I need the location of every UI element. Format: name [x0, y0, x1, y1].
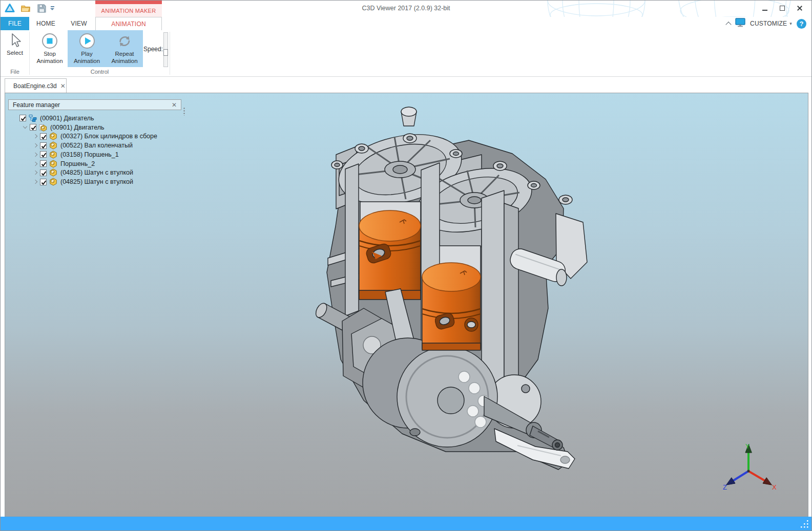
part-icon	[49, 151, 58, 159]
visibility-checkbox[interactable]	[30, 124, 36, 131]
ribbon-tab-row: FILE HOME VIEW ANIMATION	[1, 17, 811, 30]
chevron-right-icon[interactable]	[31, 162, 40, 165]
group-label-control: Control	[30, 69, 170, 75]
help-button[interactable]: ?	[797, 19, 806, 29]
repeat-icon	[116, 33, 133, 49]
contextual-tab-group: ANIMATION MAKER	[95, 1, 162, 17]
close-button[interactable]	[793, 3, 806, 14]
tree-item[interactable]: Поршень_2	[8, 159, 189, 168]
speed-label: Speed:	[143, 46, 163, 53]
maximize-icon	[780, 6, 785, 11]
visibility-checkbox[interactable]	[40, 160, 47, 167]
minimize-icon	[762, 10, 767, 11]
titlebar: C3D Viewer 2017 (2.0.9) 32-bit ANIMATION…	[1, 1, 811, 17]
tree-item[interactable]: (04825) Шатун с втулкой	[8, 177, 189, 186]
axis-triad: Y X Z	[722, 441, 779, 494]
tree-item[interactable]: (00327) Блок цилиндров в сборе	[8, 132, 189, 141]
play-label-line2: Animation	[74, 58, 100, 64]
axis-x-label: X	[772, 483, 777, 491]
group-separator	[170, 32, 170, 75]
repeat-animation-button[interactable]: Repeat Animation	[106, 30, 143, 67]
document-tab-bar: BoatEngine.c3d ✕	[1, 77, 811, 93]
minimize-button[interactable]	[758, 3, 772, 14]
tree-item-label: (00901) Двигатель	[50, 124, 105, 131]
chevron-right-icon[interactable]	[31, 153, 40, 156]
select-button[interactable]: Select	[2, 30, 28, 67]
tree-item[interactable]: (00901) Двигатель	[8, 123, 189, 132]
part-icon	[49, 160, 58, 168]
play-icon	[79, 33, 95, 49]
feature-manager-header[interactable]: Feature manager ✕	[8, 99, 181, 110]
feature-manager-panel: Feature manager ✕ (00901) Двигатель(0090…	[8, 99, 189, 186]
window-title: C3D Viewer 2017 (2.0.9) 32-bit	[154, 5, 658, 12]
ribbon: Select File Stop Animation Play Animatio…	[1, 30, 811, 77]
collapse-ribbon-icon[interactable]	[725, 22, 731, 27]
chevron-right-icon[interactable]	[31, 180, 40, 183]
tree-item[interactable]: (03158) Поршень_1	[8, 150, 189, 159]
visibility-checkbox[interactable]	[40, 179, 47, 185]
tree-item-label: (04825) Шатун с втулкой	[60, 169, 133, 176]
quick-access-toolbar	[5, 3, 54, 14]
resize-grip[interactable]	[801, 520, 809, 528]
speed-slider-thumb[interactable]	[163, 49, 168, 56]
tree-item-label: (04825) Шатун с втулкой	[60, 178, 133, 185]
stop-icon	[41, 33, 58, 49]
subassembly-icon	[39, 123, 48, 132]
document-tab[interactable]: BoatEngine.c3d ✕	[5, 78, 67, 93]
tree-item[interactable]: (04825) Шатун с втулкой	[8, 168, 189, 178]
visibility-checkbox[interactable]	[40, 151, 47, 158]
viewport-3d[interactable]: Feature manager ✕ (00901) Двигатель(0090…	[5, 93, 808, 517]
part-icon	[49, 132, 58, 140]
customize-button[interactable]: CUSTOMIZE ▾	[750, 20, 792, 27]
chevron-down-icon: ▾	[789, 21, 792, 26]
window-controls	[758, 3, 806, 14]
tab-home[interactable]: HOME	[29, 17, 63, 30]
part-icon	[49, 141, 58, 150]
tab-animation[interactable]: ANIMATION	[95, 17, 162, 30]
tab-view[interactable]: VIEW	[63, 17, 95, 30]
play-animation-button[interactable]: Play Animation	[68, 30, 106, 67]
visibility-checkbox[interactable]	[40, 133, 47, 140]
axis-z-label: Z	[723, 483, 727, 491]
panel-drag-grip[interactable]	[183, 107, 185, 116]
play-label-line1: Play	[81, 51, 92, 57]
assembly-structure-icon	[29, 114, 37, 122]
app-logo-icon[interactable]	[5, 3, 15, 14]
chevron-right-icon[interactable]	[31, 171, 40, 174]
maximize-button[interactable]	[776, 3, 789, 14]
visibility-checkbox[interactable]	[40, 142, 47, 149]
speed-slider[interactable]	[163, 32, 168, 67]
chevron-right-icon[interactable]	[31, 135, 40, 138]
status-bar	[1, 517, 811, 530]
open-file-icon[interactable]	[20, 3, 31, 14]
select-label: Select	[7, 50, 23, 57]
feature-manager-close-icon[interactable]: ✕	[172, 102, 177, 108]
cursor-icon	[8, 33, 22, 48]
header-tools: CUSTOMIZE ▾ ?	[726, 17, 806, 30]
document-tab-name: BoatEngine.c3d	[13, 82, 57, 90]
tree-item-label: (00901) Двигатель	[40, 115, 94, 122]
tree-item[interactable]: (00901) Двигатель	[8, 114, 189, 123]
chevron-right-icon[interactable]	[31, 144, 40, 147]
stop-label-line2: Animation	[36, 58, 63, 64]
quick-access-dropdown-icon[interactable]	[50, 6, 54, 10]
contextual-group-label: ANIMATION MAKER	[95, 4, 162, 17]
feature-manager-title: Feature manager	[13, 101, 60, 109]
contextual-color-strip	[95, 1, 162, 4]
document-tab-close-icon[interactable]: ✕	[60, 83, 66, 89]
stop-animation-button[interactable]: Stop Animation	[32, 30, 67, 67]
display-settings-icon[interactable]	[735, 18, 745, 29]
tree-item-label: Поршень_2	[60, 160, 95, 167]
tree-item[interactable]: (00522) Вал коленчатый	[8, 141, 189, 150]
tree-item-label: (00522) Вал коленчатый	[60, 142, 133, 149]
tree-item-label: (03158) Поршень_1	[60, 151, 119, 158]
visibility-checkbox[interactable]	[19, 115, 26, 121]
repeat-label-line1: Repeat	[115, 51, 134, 57]
save-icon[interactable]	[36, 3, 47, 14]
visibility-checkbox[interactable]	[40, 169, 47, 176]
repeat-label-line2: Animation	[111, 58, 137, 64]
stop-label-line1: Stop	[44, 51, 56, 57]
chevron-down-icon[interactable]	[20, 126, 30, 128]
part-icon	[49, 178, 58, 186]
tab-file[interactable]: FILE	[1, 17, 29, 30]
